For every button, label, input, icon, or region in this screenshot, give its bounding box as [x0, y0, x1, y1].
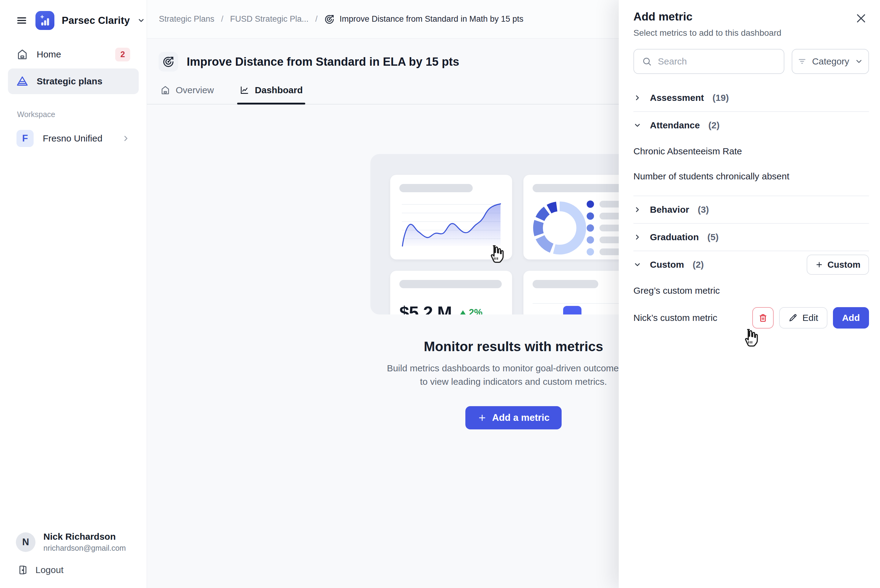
metric-item-chronic-absenteeism-rate[interactable]: Chronic Absenteeism Rate	[633, 139, 869, 164]
tab-dashboard[interactable]: Dashboard	[240, 85, 303, 104]
sidebar-item-label: Home	[37, 49, 61, 60]
chevron-right-icon	[633, 233, 642, 241]
edit-metric-button[interactable]: Edit	[779, 307, 828, 328]
dashboard-empty-illustration: $5.2 M 2%	[370, 154, 657, 315]
placeholder-pill	[532, 184, 624, 192]
page-title: Improve Distance from Standard in ELA by…	[187, 56, 459, 69]
section-graduation[interactable]: Graduation (5)	[633, 224, 869, 250]
metric-row-actions: Edit Add	[752, 307, 869, 328]
sidebar: Parsec Clarity Home 2 Strategic plans Wo…	[0, 0, 147, 588]
pencil-icon	[789, 313, 798, 322]
logout-door-icon	[18, 565, 28, 575]
sidebar-item-home[interactable]: Home 2	[8, 42, 139, 67]
illustration-line-chart-card	[390, 175, 512, 260]
workspace-item-fresno-unified[interactable]: F Fresno Unified	[8, 124, 139, 153]
hamburger-menu-icon[interactable]	[15, 15, 28, 26]
user-block: N Nick Richardson nrichardson@gmail.com …	[0, 531, 147, 588]
search-input[interactable]	[658, 56, 776, 67]
triangle-up-icon	[460, 310, 466, 315]
metric-item-nicks-custom-metric[interactable]: Nick’s custom metric Edit Add	[633, 303, 869, 333]
breadcrumb-separator: /	[221, 14, 224, 24]
plus-icon	[815, 261, 823, 268]
illustration-kpi-card: $5.2 M 2%	[390, 271, 512, 315]
user-email: nrichardson@gmail.com	[43, 544, 126, 552]
panel-subtitle: Select metrics to add to this dashboard	[633, 28, 781, 38]
sidebar-nav: Home 2 Strategic plans	[0, 40, 147, 95]
tab-overview[interactable]: Overview	[160, 85, 214, 104]
sidebar-header: Parsec Clarity	[0, 0, 147, 40]
metric-item-students-chronically-absent[interactable]: Number of students chronically absent	[633, 164, 869, 189]
metric-search	[633, 49, 784, 74]
home-icon	[16, 49, 28, 60]
category-filter-button[interactable]: Category	[792, 49, 869, 74]
trash-icon	[758, 313, 768, 323]
donut-chart-graphic	[532, 200, 587, 256]
section-assessment[interactable]: Assessment (19)	[633, 84, 869, 111]
breadcrumb-item-current: Improve Distance from Standard in Math b…	[324, 14, 523, 24]
plus-icon	[478, 413, 487, 422]
app-name: Parsec Clarity	[62, 15, 130, 26]
workspace-avatar: F	[16, 130, 34, 147]
breadcrumb-separator: /	[315, 14, 318, 24]
placeholder-pill	[399, 280, 502, 288]
chevron-right-icon	[633, 206, 642, 214]
add-metric-row-button[interactable]: Add	[833, 307, 869, 328]
sidebar-item-label: Strategic plans	[37, 76, 102, 87]
chevron-right-icon	[633, 94, 642, 102]
kpi-value: $5.2 M	[399, 302, 451, 315]
user-profile[interactable]: N Nick Richardson nrichardson@gmail.com	[16, 531, 147, 552]
kpi-delta: 2%	[460, 307, 483, 315]
chevron-right-icon	[121, 134, 130, 143]
panel-title: Add metric	[633, 10, 781, 23]
metric-item-gregs-custom-metric[interactable]: Greg’s custom metric	[633, 278, 869, 303]
workspace-name: Fresno Unified	[43, 133, 102, 144]
section-custom[interactable]: Custom (2) Custom	[633, 251, 869, 278]
add-metric-panel: Add metric Select metrics to add to this…	[619, 0, 880, 588]
avatar: N	[16, 532, 36, 552]
search-icon	[642, 57, 652, 66]
workspace-switcher-chevron-icon[interactable]	[137, 16, 145, 24]
logout-label: Logout	[36, 565, 64, 575]
new-custom-metric-button[interactable]: Custom	[807, 255, 869, 275]
close-icon[interactable]	[853, 10, 869, 26]
goal-target-icon	[159, 52, 178, 72]
section-behavior[interactable]: Behavior (3)	[633, 196, 869, 223]
filter-icon	[798, 57, 807, 66]
workspace-section-label: Workspace	[17, 110, 147, 119]
user-name: Nick Richardson	[43, 531, 126, 542]
app-screen: Parsec Clarity Home 2 Strategic plans Wo…	[0, 0, 880, 588]
breadcrumb-item-fusd-plan[interactable]: FUSD Strategic Pla...	[230, 14, 309, 24]
chevron-down-icon	[855, 57, 863, 66]
sidebar-item-strategic-plans[interactable]: Strategic plans	[8, 69, 139, 94]
app-logo-icon	[36, 11, 54, 30]
chevron-down-icon	[633, 122, 642, 129]
logout-button[interactable]: Logout	[18, 565, 147, 575]
breadcrumb-item-strategic-plans[interactable]: Strategic Plans	[159, 14, 214, 24]
section-attendance[interactable]: Attendance (2)	[633, 112, 869, 139]
chevron-down-icon	[633, 261, 642, 268]
line-chart-icon	[240, 85, 249, 95]
line-chart-graphic	[399, 198, 503, 250]
metric-category-list: Assessment (19) Attendance (2) Chronic A…	[633, 84, 869, 333]
home-notification-badge: 2	[115, 48, 130, 62]
placeholder-pill	[399, 184, 473, 192]
placeholder-pill	[532, 280, 598, 288]
pyramid-icon	[16, 75, 28, 87]
add-a-metric-button[interactable]: Add a metric	[465, 406, 562, 429]
goal-target-icon	[324, 14, 334, 24]
home-icon	[160, 85, 170, 95]
delete-metric-button[interactable]	[752, 307, 774, 328]
